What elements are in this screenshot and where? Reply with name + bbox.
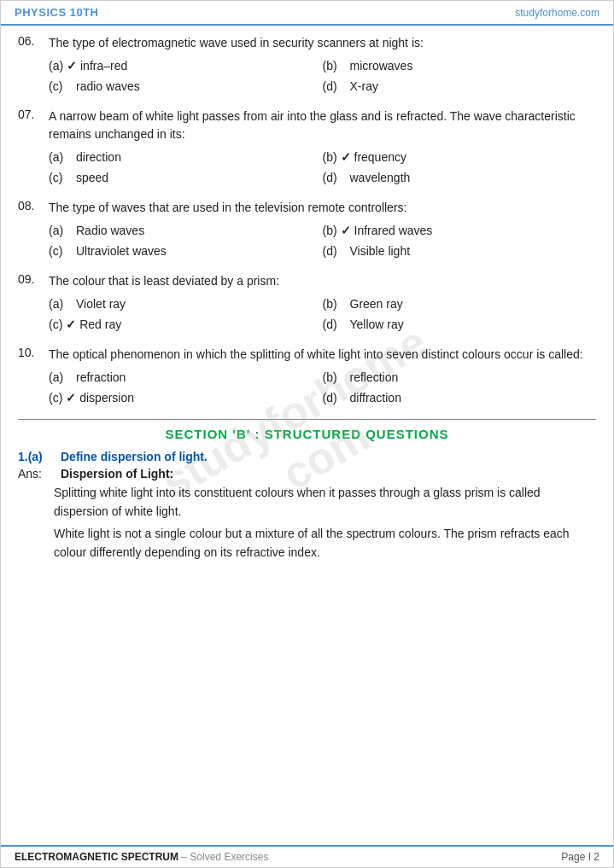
question-block: 10.The optical phenomenon in which the s… [18, 346, 596, 407]
option-label: (c) ✓ [49, 389, 76, 407]
option-label: (a) [49, 369, 73, 387]
questions-container: 06.The type of electromagnetic wave used… [18, 34, 596, 407]
answer-row: Ans:Dispersion of Light: [18, 467, 596, 481]
question-text: A narrow beam of white light passes from… [49, 108, 596, 143]
question-row: 10.The optical phenomenon in which the s… [18, 346, 596, 364]
question-row: 08.The type of waves that are used in th… [18, 199, 596, 217]
option-label: (a) [49, 295, 73, 313]
answer-heading: Dispersion of Light: [61, 467, 173, 481]
section-b-title: SECTION 'B' : STRUCTURED QUESTIONS [18, 427, 596, 441]
header-title: PHYSICS 10TH [15, 6, 98, 19]
structured-block: 1.(a)Define dispersion of light.Ans:Disp… [18, 450, 596, 562]
option-label: (a) ✓ [49, 57, 77, 75]
structured-question-text: Define dispersion of light. [61, 450, 596, 463]
footer-subtitle: – Solved Exercises [181, 851, 268, 863]
structured-questions-container: 1.(a)Define dispersion of light.Ans:Disp… [18, 450, 596, 562]
section-divider [18, 419, 596, 420]
option-label: (b) [323, 295, 347, 313]
option-text: diffraction [350, 389, 401, 407]
option-text: dispersion [79, 389, 134, 407]
option-item: (a)Radio waves [49, 222, 323, 240]
option-label: (b) ✓ [323, 149, 351, 166]
option-item: (c)radio waves [49, 78, 323, 96]
question-block: 09.The colour that is least deviated by … [18, 272, 596, 334]
question-block: 08.The type of waves that are used in th… [18, 199, 596, 260]
question-text: The type of waves that are used in the t… [49, 199, 596, 217]
footer-page: Page I 2 [561, 851, 599, 863]
answer-label: Ans: [18, 467, 54, 481]
question-number: 08. [18, 199, 42, 217]
option-text: Ultraviolet waves [76, 242, 167, 260]
option-label: (c) [49, 169, 73, 187]
option-label: (d) [323, 316, 347, 334]
option-item: (a) ✓infra–red [49, 57, 323, 75]
options-grid: (a)refraction(b)reflection(c) ✓dispersio… [49, 369, 596, 407]
options-grid: (a) ✓infra–red(b)microwaves(c)radio wave… [49, 57, 596, 96]
option-text: infra–red [80, 57, 127, 75]
answer-paragraph: Splitting white light into its constitue… [54, 484, 596, 521]
option-item: (a)Violet ray [49, 295, 323, 313]
answer-paragraph: White light is not a single colour but a… [54, 525, 596, 562]
option-item: (b)Green ray [323, 295, 597, 313]
option-item: (d)diffraction [323, 389, 597, 407]
question-row: 06.The type of electromagnetic wave used… [18, 34, 596, 52]
option-text: Infrared waves [354, 222, 433, 240]
main-content: studyforhome.com 06.The type of electrom… [1, 26, 613, 845]
option-text: direction [76, 149, 121, 166]
option-item: (c)Ultraviolet waves [49, 242, 323, 260]
page-footer: ELECTROMAGNETIC SPECTRUM – Solved Exerci… [1, 845, 613, 867]
option-item: (b)microwaves [323, 57, 597, 75]
option-text: speed [76, 169, 108, 187]
option-item: (b) ✓frequency [323, 149, 597, 166]
structured-question-number: 1.(a) [18, 450, 54, 463]
option-item: (a)direction [49, 149, 323, 166]
option-label: (c) [49, 78, 73, 96]
option-item: (c)speed [49, 169, 323, 187]
question-row: 09.The colour that is least deviated by … [18, 272, 596, 290]
option-item: (d)X-ray [323, 78, 597, 96]
question-block: 06.The type of electromagnetic wave used… [18, 34, 596, 96]
header-website: studyforhome.com [515, 7, 599, 19]
option-item: (c) ✓Red ray [49, 316, 323, 334]
option-text: Visible light [350, 242, 411, 260]
options-grid: (a)Violet ray(b)Green ray(c) ✓Red ray(d)… [49, 295, 596, 334]
question-text: The type of electromagnetic wave used in… [49, 34, 596, 52]
option-label: (a) [49, 222, 73, 240]
question-number: 10. [18, 346, 42, 364]
option-text: Red ray [79, 316, 121, 334]
option-text: refraction [76, 369, 126, 387]
options-grid: (a)Radio waves(b) ✓Infrared waves(c)Ultr… [49, 222, 596, 260]
option-text: reflection [350, 369, 399, 387]
option-label: (a) [49, 149, 73, 166]
option-text: radio waves [76, 78, 140, 96]
option-text: microwaves [350, 57, 413, 75]
option-label: (d) [323, 389, 347, 407]
question-number: 09. [18, 272, 42, 290]
option-label: (c) ✓ [49, 316, 76, 334]
option-label: (b) [323, 57, 347, 75]
question-block: 07.A narrow beam of white light passes f… [18, 108, 596, 187]
option-text: Green ray [350, 295, 403, 313]
option-text: wavelength [350, 169, 411, 187]
question-number: 06. [18, 34, 42, 52]
options-grid: (a)direction(b) ✓frequency(c)speed(d)wav… [49, 149, 596, 187]
option-label: (d) [323, 169, 347, 187]
footer-subject: ELECTROMAGNETIC SPECTRUM [15, 851, 178, 863]
page-wrapper: PHYSICS 10TH studyforhome.com studyforho… [0, 0, 614, 868]
option-item: (a)refraction [49, 369, 323, 387]
footer-left: ELECTROMAGNETIC SPECTRUM – Solved Exerci… [15, 851, 268, 863]
option-item: (b) ✓Infrared waves [323, 222, 597, 240]
option-text: Yellow ray [350, 316, 404, 334]
option-label: (b) ✓ [323, 222, 351, 240]
option-item: (d)Yellow ray [323, 316, 597, 334]
question-text: The optical phenomenon in which the spli… [49, 346, 596, 364]
option-text: X-ray [350, 78, 378, 96]
option-label: (c) [49, 242, 73, 260]
option-text: Violet ray [76, 295, 126, 313]
question-text: The colour that is least deviated by a p… [49, 272, 596, 290]
option-label: (b) [323, 369, 347, 387]
option-text: frequency [354, 149, 406, 166]
question-number: 07. [18, 108, 42, 143]
option-label: (d) [323, 78, 347, 96]
option-item: (b)reflection [323, 369, 597, 387]
